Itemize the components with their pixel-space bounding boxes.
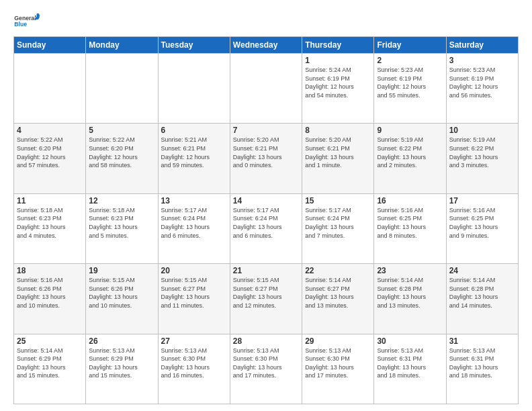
calendar-cell: 31Sunrise: 5:13 AM Sunset: 6:31 PM Dayli…: [446, 334, 518, 404]
calendar-week-2: 4Sunrise: 5:22 AM Sunset: 6:20 PM Daylig…: [14, 124, 519, 193]
day-info: Sunrise: 5:14 AM Sunset: 6:27 PM Dayligh…: [305, 276, 371, 310]
day-number: 18: [17, 266, 83, 275]
day-header-sunday: Sunday: [14, 37, 86, 54]
calendar-cell: 28Sunrise: 5:13 AM Sunset: 6:30 PM Dayli…: [230, 334, 302, 404]
calendar-cell: 14Sunrise: 5:17 AM Sunset: 6:24 PM Dayli…: [230, 193, 302, 263]
calendar-cell: 2Sunrise: 5:23 AM Sunset: 6:19 PM Daylig…: [374, 54, 446, 124]
calendar-cell: [86, 54, 158, 124]
calendar-cell: 7Sunrise: 5:20 AM Sunset: 6:21 PM Daylig…: [230, 124, 302, 193]
day-number: 23: [377, 266, 443, 275]
day-info: Sunrise: 5:18 AM Sunset: 6:23 PM Dayligh…: [17, 206, 83, 240]
day-number: 29: [305, 336, 371, 346]
calendar-cell: 24Sunrise: 5:14 AM Sunset: 6:28 PM Dayli…: [446, 264, 518, 334]
day-info: Sunrise: 5:15 AM Sunset: 6:27 PM Dayligh…: [161, 276, 227, 310]
day-number: 14: [233, 196, 299, 205]
day-number: 31: [449, 336, 515, 346]
calendar-cell: 30Sunrise: 5:13 AM Sunset: 6:31 PM Dayli…: [374, 334, 446, 404]
day-number: 25: [17, 336, 83, 346]
day-info: Sunrise: 5:15 AM Sunset: 6:27 PM Dayligh…: [233, 276, 299, 310]
day-number: 6: [161, 126, 227, 135]
calendar-page: General Blue SundayMondayTuesdayWednesda…: [0, 0, 532, 411]
day-number: 17: [449, 196, 515, 205]
day-number: 10: [449, 126, 515, 135]
calendar-cell: 12Sunrise: 5:18 AM Sunset: 6:23 PM Dayli…: [86, 193, 158, 263]
day-info: Sunrise: 5:17 AM Sunset: 6:24 PM Dayligh…: [305, 206, 371, 240]
day-header-thursday: Thursday: [302, 37, 374, 54]
day-number: 8: [305, 126, 371, 135]
calendar-cell: [230, 54, 302, 124]
day-number: 28: [233, 336, 299, 346]
day-number: 7: [233, 126, 299, 135]
day-number: 3: [449, 56, 515, 65]
svg-text:General: General: [14, 15, 36, 21]
calendar-cell: 23Sunrise: 5:14 AM Sunset: 6:28 PM Dayli…: [374, 264, 446, 334]
day-number: 21: [233, 266, 299, 275]
calendar-cell: 5Sunrise: 5:22 AM Sunset: 6:20 PM Daylig…: [86, 124, 158, 193]
day-info: Sunrise: 5:23 AM Sunset: 6:19 PM Dayligh…: [449, 66, 515, 99]
day-info: Sunrise: 5:16 AM Sunset: 6:25 PM Dayligh…: [377, 206, 443, 240]
calendar-cell: 15Sunrise: 5:17 AM Sunset: 6:24 PM Dayli…: [302, 193, 374, 263]
day-info: Sunrise: 5:20 AM Sunset: 6:21 PM Dayligh…: [305, 136, 371, 169]
day-info: Sunrise: 5:17 AM Sunset: 6:24 PM Dayligh…: [161, 206, 227, 240]
days-header-row: SundayMondayTuesdayWednesdayThursdayFrid…: [14, 37, 519, 54]
day-info: Sunrise: 5:19 AM Sunset: 6:22 PM Dayligh…: [377, 136, 443, 169]
calendar-cell: 3Sunrise: 5:23 AM Sunset: 6:19 PM Daylig…: [446, 54, 518, 124]
day-info: Sunrise: 5:22 AM Sunset: 6:20 PM Dayligh…: [17, 136, 83, 169]
day-header-tuesday: Tuesday: [158, 37, 230, 54]
day-number: 30: [377, 336, 443, 346]
calendar-cell: 13Sunrise: 5:17 AM Sunset: 6:24 PM Dayli…: [158, 193, 230, 263]
calendar-week-4: 18Sunrise: 5:16 AM Sunset: 6:26 PM Dayli…: [14, 264, 519, 334]
day-number: 27: [161, 336, 227, 346]
calendar-cell: 1Sunrise: 5:24 AM Sunset: 6:19 PM Daylig…: [302, 54, 374, 124]
logo-area: General Blue: [13, 11, 40, 31]
day-info: Sunrise: 5:20 AM Sunset: 6:21 PM Dayligh…: [233, 136, 299, 169]
calendar-cell: 26Sunrise: 5:13 AM Sunset: 6:29 PM Dayli…: [86, 334, 158, 404]
day-info: Sunrise: 5:13 AM Sunset: 6:31 PM Dayligh…: [377, 347, 443, 380]
day-info: Sunrise: 5:22 AM Sunset: 6:20 PM Dayligh…: [89, 136, 154, 169]
day-info: Sunrise: 5:18 AM Sunset: 6:23 PM Dayligh…: [89, 206, 154, 240]
day-number: 15: [305, 196, 371, 205]
calendar-cell: [14, 54, 86, 124]
day-info: Sunrise: 5:13 AM Sunset: 6:29 PM Dayligh…: [89, 347, 154, 380]
day-info: Sunrise: 5:16 AM Sunset: 6:25 PM Dayligh…: [449, 206, 515, 240]
calendar-cell: 8Sunrise: 5:20 AM Sunset: 6:21 PM Daylig…: [302, 124, 374, 193]
day-number: 9: [377, 126, 443, 135]
day-info: Sunrise: 5:17 AM Sunset: 6:24 PM Dayligh…: [233, 206, 299, 240]
logo: General Blue: [13, 11, 40, 31]
calendar-cell: 16Sunrise: 5:16 AM Sunset: 6:25 PM Dayli…: [374, 193, 446, 263]
day-info: Sunrise: 5:21 AM Sunset: 6:21 PM Dayligh…: [161, 136, 227, 169]
day-header-wednesday: Wednesday: [230, 37, 302, 54]
day-info: Sunrise: 5:15 AM Sunset: 6:26 PM Dayligh…: [89, 276, 154, 310]
day-number: 22: [305, 266, 371, 275]
day-number: 20: [161, 266, 227, 275]
day-header-friday: Friday: [374, 37, 446, 54]
day-number: 12: [89, 196, 154, 205]
day-number: 19: [89, 266, 154, 275]
calendar-cell: 11Sunrise: 5:18 AM Sunset: 6:23 PM Dayli…: [14, 193, 86, 263]
calendar-cell: 21Sunrise: 5:15 AM Sunset: 6:27 PM Dayli…: [230, 264, 302, 334]
calendar-cell: 29Sunrise: 5:13 AM Sunset: 6:30 PM Dayli…: [302, 334, 374, 404]
day-number: 16: [377, 196, 443, 205]
day-header-monday: Monday: [86, 37, 158, 54]
day-number: 11: [17, 196, 83, 205]
logo-icon: General Blue: [13, 11, 40, 31]
calendar-week-1: 1Sunrise: 5:24 AM Sunset: 6:19 PM Daylig…: [14, 54, 519, 124]
day-number: 26: [89, 336, 154, 346]
calendar-cell: 20Sunrise: 5:15 AM Sunset: 6:27 PM Dayli…: [158, 264, 230, 334]
calendar-cell: [158, 54, 230, 124]
calendar-cell: 9Sunrise: 5:19 AM Sunset: 6:22 PM Daylig…: [374, 124, 446, 193]
day-info: Sunrise: 5:24 AM Sunset: 6:19 PM Dayligh…: [305, 66, 371, 99]
day-info: Sunrise: 5:13 AM Sunset: 6:30 PM Dayligh…: [305, 347, 371, 380]
calendar-week-3: 11Sunrise: 5:18 AM Sunset: 6:23 PM Dayli…: [14, 193, 519, 263]
calendar-cell: 22Sunrise: 5:14 AM Sunset: 6:27 PM Dayli…: [302, 264, 374, 334]
day-info: Sunrise: 5:14 AM Sunset: 6:28 PM Dayligh…: [377, 276, 443, 310]
calendar-cell: 10Sunrise: 5:19 AM Sunset: 6:22 PM Dayli…: [446, 124, 518, 193]
svg-text:Blue: Blue: [14, 21, 27, 28]
day-number: 24: [449, 266, 515, 275]
calendar-table: SundayMondayTuesdayWednesdayThursdayFrid…: [13, 36, 519, 404]
calendar-cell: 19Sunrise: 5:15 AM Sunset: 6:26 PM Dayli…: [86, 264, 158, 334]
day-header-saturday: Saturday: [446, 37, 518, 54]
calendar-week-5: 25Sunrise: 5:14 AM Sunset: 6:29 PM Dayli…: [14, 334, 519, 404]
day-info: Sunrise: 5:19 AM Sunset: 6:22 PM Dayligh…: [449, 136, 515, 169]
day-info: Sunrise: 5:16 AM Sunset: 6:26 PM Dayligh…: [17, 276, 83, 310]
